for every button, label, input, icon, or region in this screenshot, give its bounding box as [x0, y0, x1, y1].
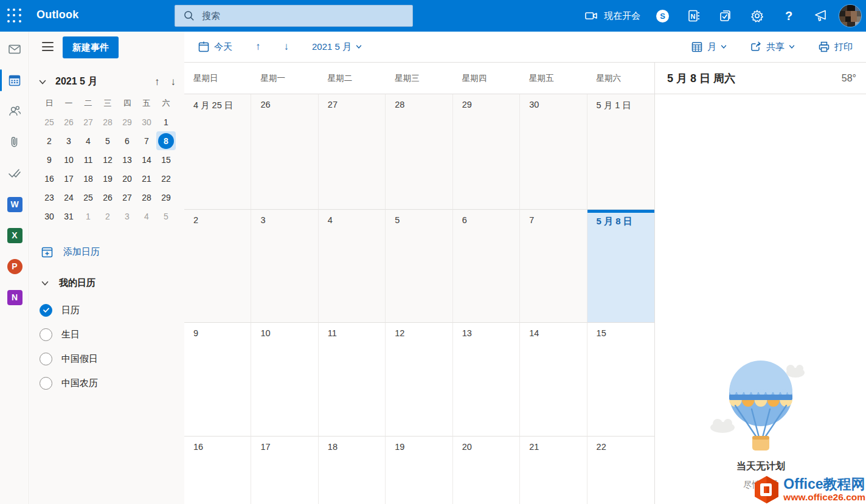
unchecked-circle-icon[interactable] — [40, 353, 52, 365]
rail-tasks-button[interactable] — [0, 164, 29, 182]
day-cell[interactable]: 17 — [251, 437, 318, 504]
minical-date-cell[interactable]: 17 — [59, 169, 78, 188]
period-selector[interactable]: 2021 5 月 — [307, 38, 367, 57]
minical-date-cell[interactable]: 15 — [156, 150, 176, 169]
minical-date-cell[interactable]: 4 — [137, 207, 156, 226]
minical-date-cell[interactable]: 27 — [117, 188, 137, 207]
minical-date-cell[interactable]: 4 — [78, 131, 98, 150]
minical-date-cell[interactable]: 2 — [40, 131, 59, 150]
minical-date-cell[interactable]: 31 — [59, 207, 78, 226]
minical-date-cell[interactable]: 13 — [117, 150, 137, 169]
skype-button[interactable]: S — [646, 0, 678, 32]
day-cell[interactable]: 3 — [251, 210, 318, 323]
minical-date-cell[interactable]: 22 — [156, 169, 176, 188]
unchecked-circle-icon[interactable] — [40, 377, 52, 390]
minical-date-cell[interactable]: 26 — [98, 188, 117, 207]
day-cell[interactable]: 28 — [386, 94, 452, 210]
rail-mail-button[interactable] — [0, 40, 29, 58]
calendar-list-item[interactable]: 中国假日 — [30, 347, 184, 371]
help-button[interactable]: ? — [773, 0, 805, 32]
minical-date-cell[interactable]: 8 — [156, 131, 176, 150]
minical-date-cell[interactable]: 3 — [117, 207, 137, 226]
minical-date-cell[interactable]: 11 — [78, 150, 98, 169]
minical-date-cell[interactable]: 3 — [59, 131, 78, 150]
day-cell[interactable]: 27 — [319, 94, 386, 210]
minical-collapse-chevron-icon[interactable] — [38, 78, 47, 86]
selected-day-cell[interactable]: 5 月 8 日 — [587, 210, 654, 323]
whats-new-button[interactable] — [805, 0, 836, 32]
minical-date-cell[interactable]: 10 — [59, 150, 78, 169]
minical-date-cell[interactable]: 29 — [117, 112, 137, 131]
minical-date-cell[interactable]: 1 — [156, 112, 176, 131]
day-cell[interactable]: 19 — [386, 437, 452, 504]
minical-date-cell[interactable]: 18 — [78, 169, 98, 188]
today-button[interactable]: 今天 — [193, 37, 237, 57]
day-cell[interactable]: 4 月 25 日 — [184, 94, 251, 210]
next-period-button[interactable]: ↓ — [279, 37, 294, 57]
minical-date-cell[interactable]: 16 — [40, 169, 59, 188]
minical-date-cell[interactable]: 14 — [137, 150, 156, 169]
prev-period-button[interactable]: ↑ — [251, 37, 266, 57]
minical-date-cell[interactable]: 2 — [98, 207, 117, 226]
day-cell[interactable]: 10 — [251, 323, 318, 437]
day-cell[interactable]: 22 — [587, 437, 654, 504]
day-cell[interactable]: 14 — [520, 323, 587, 437]
day-cell[interactable]: 4 — [319, 210, 386, 323]
day-cell[interactable]: 9 — [184, 323, 251, 437]
unchecked-circle-icon[interactable] — [40, 328, 52, 341]
minical-date-cell[interactable]: 7 — [137, 131, 156, 150]
minical-date-cell[interactable]: 5 — [98, 131, 117, 150]
day-cell[interactable]: 12 — [386, 323, 452, 437]
rail-people-button[interactable] — [0, 102, 29, 120]
calendar-list-item[interactable]: 日历 — [30, 298, 184, 322]
meet-now-button[interactable]: 现在开会 — [580, 0, 646, 32]
minical-next-month-button[interactable]: ↓ — [171, 76, 176, 88]
calendar-list-item[interactable]: 中国农历 — [30, 371, 184, 395]
print-button[interactable]: 打印 — [813, 37, 857, 57]
minical-date-cell[interactable]: 19 — [98, 169, 117, 188]
minical-date-cell[interactable]: 29 — [156, 188, 176, 207]
day-cell[interactable]: 2 — [184, 210, 251, 323]
day-cell[interactable]: 20 — [453, 437, 520, 504]
view-selector[interactable]: 月 — [686, 37, 732, 57]
minical-date-cell[interactable]: 23 — [40, 188, 59, 207]
day-cell[interactable]: 26 — [251, 94, 318, 210]
minical-date-cell[interactable]: 30 — [137, 112, 156, 131]
minical-prev-month-button[interactable]: ↑ — [154, 76, 160, 88]
day-cell[interactable]: 16 — [184, 437, 251, 504]
day-cell[interactable]: 6 — [453, 210, 520, 323]
minical-date-cell[interactable]: 9 — [40, 150, 59, 169]
minical-date-cell[interactable]: 28 — [137, 188, 156, 207]
day-cell[interactable]: 29 — [453, 94, 520, 210]
my-calendars-header[interactable]: 我的日历 — [41, 277, 95, 289]
hamburger-menu-icon[interactable] — [42, 42, 54, 51]
minical-date-cell[interactable]: 30 — [40, 207, 59, 226]
day-cell[interactable]: 5 — [386, 210, 452, 323]
minical-date-cell[interactable]: 25 — [40, 112, 59, 131]
new-event-button[interactable]: 新建事件 — [63, 36, 119, 58]
day-cell[interactable]: 21 — [520, 437, 587, 504]
rail-attachments-button[interactable] — [0, 133, 29, 151]
day-cell[interactable]: 11 — [319, 323, 386, 437]
day-cell[interactable]: 13 — [453, 323, 520, 437]
minical-date-cell[interactable]: 28 — [98, 112, 117, 131]
rail-onenote-button[interactable]: N — [0, 288, 29, 306]
minical-date-cell[interactable]: 6 — [117, 131, 137, 150]
minical-date-cell[interactable]: 21 — [137, 169, 156, 188]
rail-excel-button[interactable]: X — [0, 226, 29, 244]
settings-button[interactable] — [741, 0, 773, 32]
search-input[interactable]: 搜索 — [175, 5, 413, 27]
add-calendar-button[interactable]: 添加日历 — [41, 246, 100, 258]
calendar-list-item[interactable]: 生日 — [30, 322, 184, 347]
rail-word-button[interactable]: W — [0, 195, 29, 213]
minical-date-cell[interactable]: 20 — [117, 169, 137, 188]
minical-date-cell[interactable]: 24 — [59, 188, 78, 207]
account-avatar[interactable] — [839, 4, 862, 27]
minical-date-cell[interactable]: 27 — [78, 112, 98, 131]
minical-date-cell[interactable]: 5 — [156, 207, 176, 226]
day-cell[interactable]: 15 — [587, 323, 654, 437]
rail-calendar-button[interactable] — [0, 71, 29, 89]
minical-date-cell[interactable]: 25 — [78, 188, 98, 207]
day-cell[interactable]: 5 月 1 日 — [587, 94, 654, 210]
minical-date-cell[interactable]: 1 — [78, 207, 98, 226]
